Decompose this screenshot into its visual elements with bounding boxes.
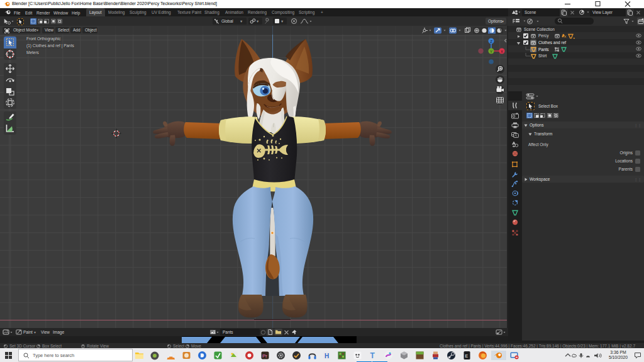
svg-text:Z: Z (490, 40, 492, 43)
svg-text:X: X (501, 50, 503, 54)
svg-text:T: T (370, 351, 375, 360)
svg-text:Y: Y (490, 50, 492, 54)
svg-text:E: E (465, 354, 469, 358)
svg-text:H: H (325, 353, 329, 359)
svg-text:Pr: Pr (262, 353, 267, 359)
